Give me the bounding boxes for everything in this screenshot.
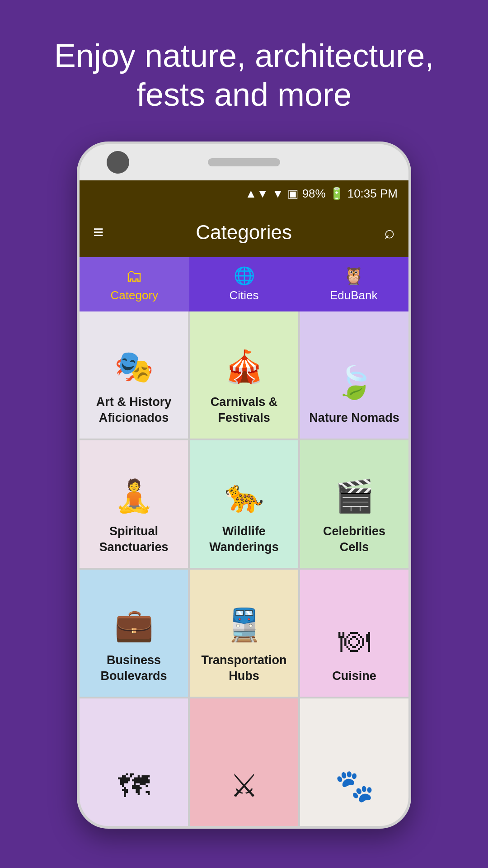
card-celebrities[interactable]: 🎬 Celebrities Cells <box>300 440 408 568</box>
tab-category[interactable]: 🗂 Category <box>80 257 189 311</box>
card-row4-2[interactable]: ⚔ <box>190 698 298 826</box>
card-art-history[interactable]: 🎭 Art & History Aficionados <box>80 311 188 439</box>
phone-top <box>80 144 408 180</box>
business-label: Business Boulevards <box>87 652 181 684</box>
spiritual-icon: 🧘 <box>114 477 154 514</box>
wildlife-label: Wildlife Wanderings <box>197 524 291 555</box>
edubank-tab-label: EduBank <box>330 288 378 302</box>
card-cuisine[interactable]: 🍽 Cuisine <box>300 570 408 697</box>
app-bar: ≡ Categories ⌕ <box>80 208 408 257</box>
spiritual-label: Spiritual Sanctuaries <box>87 524 181 555</box>
tab-edubank[interactable]: 🦉 EduBank <box>299 257 408 311</box>
card-carnivals[interactable]: 🎪 Carnivals & Festivals <box>190 311 298 439</box>
card-transport[interactable]: 🚆 Transportation Hubs <box>190 570 298 697</box>
cities-tab-icon: 🌐 <box>234 266 255 286</box>
battery-icon: 🔋 <box>329 187 344 201</box>
row4-3-icon: 🐾 <box>335 767 374 804</box>
page-title: Categories <box>196 221 292 244</box>
card-nature[interactable]: 🍃 Nature Nomads <box>300 311 408 439</box>
phone-frame: ▲▼ ▼ ▣ 98% 🔋 10:35 PM ≡ Categories ⌕ 🗂 C… <box>77 142 411 829</box>
card-wildlife[interactable]: 🐆 Wildlife Wanderings <box>190 440 298 568</box>
card-spiritual[interactable]: 🧘 Spiritual Sanctuaries <box>80 440 188 568</box>
front-camera <box>107 151 129 174</box>
cities-tab-label: Cities <box>230 288 259 302</box>
menu-icon[interactable]: ≡ <box>93 222 103 242</box>
art-history-icon: 🎭 <box>114 348 154 385</box>
status-bar: ▲▼ ▼ ▣ 98% 🔋 10:35 PM <box>80 180 408 208</box>
signal-icon: ▼ <box>272 187 284 201</box>
category-tab-label: Category <box>111 288 159 302</box>
battery-percent: 98% <box>302 187 326 201</box>
art-history-label: Art & History Aficionados <box>87 394 181 426</box>
sim-icon: ▣ <box>287 187 299 201</box>
wildlife-icon: 🐆 <box>225 477 264 514</box>
cuisine-icon: 🍽 <box>338 623 370 659</box>
wifi-icon: ▲▼ <box>245 187 268 201</box>
nature-label: Nature Nomads <box>309 410 399 426</box>
clock: 10:35 PM <box>347 187 398 201</box>
celebrities-icon: 🎬 <box>335 477 374 514</box>
card-row4-3[interactable]: 🐾 <box>300 698 408 826</box>
tab-bar: 🗂 Category 🌐 Cities 🦉 EduBank <box>80 257 408 311</box>
cuisine-label: Cuisine <box>332 668 376 684</box>
carnivals-label: Carnivals & Festivals <box>197 394 291 426</box>
category-tab-icon: 🗂 <box>126 266 143 286</box>
row4-2-icon: ⚔ <box>230 767 258 804</box>
tab-cities[interactable]: 🌐 Cities <box>189 257 299 311</box>
status-icons: ▲▼ ▼ ▣ 98% 🔋 10:35 PM <box>245 187 398 201</box>
speaker-grille <box>208 158 280 166</box>
row4-1-icon: 🗺 <box>118 768 150 804</box>
edubank-tab-icon: 🦉 <box>343 266 364 286</box>
card-row4-1[interactable]: 🗺 <box>80 698 188 826</box>
business-icon: 💼 <box>114 606 154 643</box>
celebrities-label: Celebrities Cells <box>307 524 401 555</box>
transport-label: Transportation Hubs <box>197 652 291 684</box>
categories-grid: 🎭 Art & History Aficionados 🎪 Carnivals … <box>80 311 408 826</box>
nature-icon: 🍃 <box>335 364 374 401</box>
carnivals-icon: 🎪 <box>225 348 264 385</box>
hero-text: Enjoy nature, architecture, fests and mo… <box>0 0 488 142</box>
card-business[interactable]: 💼 Business Boulevards <box>80 570 188 697</box>
search-icon[interactable]: ⌕ <box>384 222 395 242</box>
transport-icon: 🚆 <box>225 606 264 643</box>
